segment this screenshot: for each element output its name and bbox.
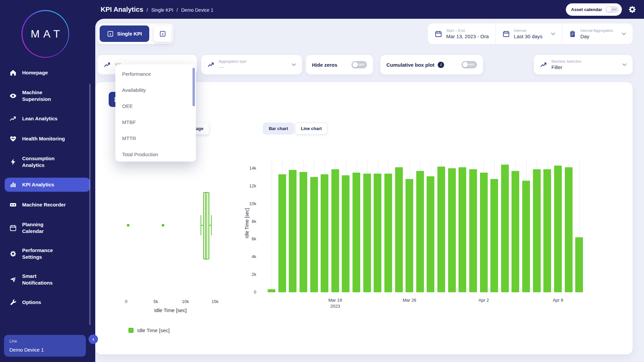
bar[interactable] <box>490 179 498 292</box>
bar[interactable] <box>437 167 445 292</box>
multi-kpi-button[interactable]: 2 <box>154 25 171 42</box>
single-kpi-button[interactable]: 1 Single KPI <box>100 25 149 42</box>
bar[interactable] <box>522 181 530 292</box>
sidebar-item-machine-supervision[interactable]: Machine Supervision <box>5 86 90 106</box>
svg-text:1: 1 <box>110 32 111 36</box>
mat-logo-inner: MAT <box>22 11 68 57</box>
page-title: KPI Analytics <box>101 6 143 13</box>
asset-calendar-control[interactable]: Asset calendar OFF <box>566 3 622 16</box>
bar[interactable] <box>353 173 360 292</box>
bar[interactable] <box>310 177 318 292</box>
sidebar-item-smart-notifications[interactable]: Smart Notifications <box>5 269 90 289</box>
asset-calendar-toggle[interactable]: OFF <box>605 6 619 13</box>
cumulative-box-plot-toggle[interactable]: OFF <box>462 61 477 68</box>
multi-kpi-icon: 2 <box>159 31 166 37</box>
interval-value: Last 30 days <box>514 34 542 39</box>
toggle-knob <box>606 7 611 12</box>
interval-select[interactable]: Interval Last 30 days <box>495 23 562 44</box>
sidebar-item-label: Smart Notifications <box>22 273 53 286</box>
y-tick-label: 14k <box>233 166 256 171</box>
sidebar-item-label: Homepage <box>22 69 48 76</box>
machine-selection-select[interactable]: Machine Selection Filler <box>534 55 633 74</box>
bar[interactable] <box>342 175 350 292</box>
bar[interactable] <box>289 170 297 292</box>
kpi-option-performance[interactable]: Performance <box>115 66 196 82</box>
breadcrumb-single-kpi[interactable]: Single KPI <box>151 7 173 13</box>
bar[interactable] <box>459 167 466 292</box>
info-icon[interactable]: i <box>438 62 444 68</box>
bar[interactable] <box>565 167 573 292</box>
bar[interactable] <box>512 171 519 292</box>
sidebar-item-options[interactable]: Options <box>5 295 90 309</box>
chevron-down-icon <box>622 33 626 35</box>
view-switcher: 1 Single KPI 2 <box>98 23 173 44</box>
sidebar-item-health-monitoring[interactable]: Health Monitoring <box>5 132 90 146</box>
settings-gear-icon[interactable] <box>628 5 637 14</box>
bar[interactable] <box>268 289 275 292</box>
bar[interactable] <box>448 168 456 292</box>
bar[interactable] <box>543 169 551 292</box>
bar[interactable] <box>384 174 392 292</box>
heart-icon <box>9 135 17 142</box>
interval-aggregation-select[interactable]: Interval Aggregation Day <box>562 23 633 44</box>
kpi-dropdown: PerformanceAvailabilityOEEMTBFMTTRTotal … <box>115 64 196 162</box>
sidebar-item-label: Health Monitoring <box>22 135 65 142</box>
date-range-picker[interactable]: Start – End Mar 13, 2023 - Ora <box>428 23 495 44</box>
bar[interactable] <box>300 172 307 292</box>
chevron-down-icon <box>623 63 627 66</box>
bar[interactable] <box>575 237 583 292</box>
sidebar-item-performance-settings[interactable]: Performance Settings <box>5 244 90 263</box>
send-icon <box>9 276 17 283</box>
kpi-option-mttr[interactable]: MTTR <box>115 130 196 146</box>
sidebar-item-consumption-analytics[interactable]: Consumption Analytics <box>5 152 90 172</box>
sidebar-item-label: Consumption Analytics <box>22 155 55 168</box>
bar[interactable] <box>278 174 286 292</box>
sidebar-item-kpi-analytics[interactable]: KPI Analytics <box>5 178 90 192</box>
device-card[interactable]: Line Demo Device 1 <box>4 335 86 357</box>
eye-icon <box>9 92 17 100</box>
bar[interactable] <box>331 169 339 292</box>
toggle-state: OFF <box>358 63 365 66</box>
cumulative-box-plot-control: Cumulative box plot i OFF <box>380 55 483 74</box>
bar[interactable] <box>321 174 328 292</box>
bar[interactable] <box>554 166 562 292</box>
bar[interactable] <box>406 179 413 292</box>
x-tick-label: Apr 9 <box>543 298 573 303</box>
legend: Idle Time [sec] <box>128 327 170 333</box>
sidebar-collapse-button[interactable]: ‹ <box>89 335 98 344</box>
date-range-value: Mar 13, 2023 - Ora <box>446 34 489 39</box>
bar[interactable] <box>363 174 371 292</box>
bar[interactable] <box>469 169 477 292</box>
bar[interactable] <box>416 171 424 292</box>
device-name: Demo Device 1 <box>9 347 80 353</box>
sidebar-item-machine-recorder[interactable]: Machine Recorder <box>5 198 90 212</box>
bar[interactable] <box>427 176 434 292</box>
interval-aggregation-value: Day <box>580 34 613 39</box>
aggregation-trend-icon <box>207 61 215 68</box>
sidebar-item-lean-analytics[interactable]: Lean Analytics <box>5 112 90 126</box>
legend-swatch <box>128 328 133 333</box>
bar[interactable] <box>374 174 381 292</box>
bar[interactable] <box>533 169 541 292</box>
aggregation-type-label: Aggregation type <box>219 59 247 63</box>
bar[interactable] <box>395 167 403 292</box>
kpi-dropdown-scrollbar[interactable] <box>193 68 195 106</box>
aggregation-type-select[interactable]: Aggregation type --- <box>201 55 302 74</box>
sidebar-scrollbar[interactable] <box>89 84 91 325</box>
sidebar-item-homepage[interactable]: Homepage <box>5 66 90 80</box>
kpi-option-oee[interactable]: OEE <box>115 98 196 114</box>
sidebar-item-planning-calendar[interactable]: Planning Calendar <box>5 218 90 238</box>
bar[interactable] <box>480 173 488 292</box>
breadcrumb-device[interactable]: Demo Device 1 <box>181 7 213 13</box>
kpi-option-total-production[interactable]: Total Production <box>115 146 196 162</box>
calendar-check-icon <box>435 30 442 38</box>
kpi-option-mtbf[interactable]: MTBF <box>115 114 196 130</box>
date-range-label: Start – End <box>446 28 489 33</box>
calendar-icon <box>9 224 17 232</box>
legend-label: Idle Time [sec] <box>137 327 170 333</box>
bar[interactable] <box>501 165 509 292</box>
kpi-option-availability[interactable]: Availability <box>115 82 196 98</box>
sidebar-item-label: Machine Recorder <box>22 201 66 208</box>
x-tick-sublabel: 2023 <box>320 304 350 309</box>
hide-zeros-toggle[interactable]: OFF <box>352 61 367 68</box>
